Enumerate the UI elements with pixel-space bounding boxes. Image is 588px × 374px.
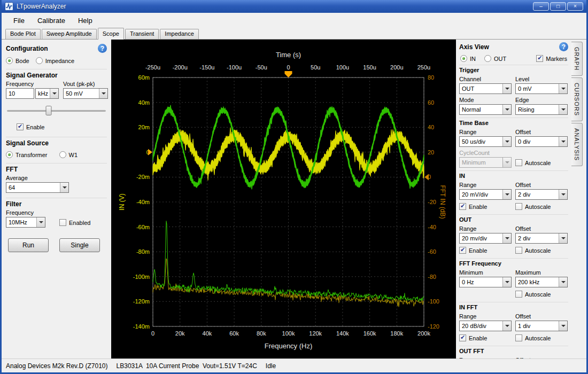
frequency-slider[interactable] <box>7 105 106 116</box>
filter-enabled-checkbox[interactable]: Enabled <box>59 219 90 226</box>
menu-help[interactable]: Help <box>72 14 99 27</box>
help-icon[interactable]: ? <box>98 44 107 53</box>
tab-scope[interactable]: Scope <box>98 28 124 40</box>
menu-file[interactable]: File <box>7 14 31 27</box>
time-base-cyclecount-label: CycleCount <box>459 150 512 156</box>
radio-dot <box>36 57 43 64</box>
out-fft-title: OUT FFT <box>459 348 568 354</box>
svg-text:0: 0 <box>287 64 290 71</box>
out-range-label: Range <box>459 225 512 232</box>
svg-text:20: 20 <box>428 149 434 155</box>
in-autoscale-checkbox[interactable]: Autoscale <box>515 203 551 210</box>
configuration-title: Configuration <box>6 45 48 52</box>
out-enable-checkbox[interactable]: Enable <box>459 247 487 254</box>
fft-frequency-group: FFT FrequencyMinimum0 HzMaximum200 kHzAu… <box>459 258 568 299</box>
run-button[interactable]: Run <box>8 238 49 252</box>
svg-text:-20: -20 <box>428 199 436 205</box>
in-fft-group: IN FFTRange20 dB/divOffset1 divEnableAut… <box>459 302 568 343</box>
in-enable-checkbox[interactable]: Enable <box>459 203 487 210</box>
scope-area: -250u-200u-150u-100u-50u050u100u150u200u… <box>111 40 456 359</box>
side-tab-analysis[interactable]: ANALYSIS <box>571 123 583 166</box>
svg-text:160k: 160k <box>363 330 376 337</box>
tab-impedance[interactable]: Impedance <box>160 29 198 39</box>
trigger-mode-combo[interactable]: Normal <box>459 104 512 115</box>
in-fft-autoscale-checkbox[interactable]: Autoscale <box>515 334 551 341</box>
chevron-down-icon <box>502 233 511 243</box>
fft-section: FFT Average 64 <box>6 163 107 193</box>
time-base-range-combo[interactable]: 50 us/div <box>459 136 512 147</box>
bode-radio[interactable]: Bode <box>6 57 29 64</box>
impedance-radio[interactable]: Impedance <box>36 57 74 64</box>
tab-sweep-amplitude[interactable]: Sweep Amplitude <box>42 29 97 39</box>
fft-frequency-maximum-combo[interactable]: 200 kHz <box>515 277 568 287</box>
titlebar[interactable]: LTpowerAnalyzer – □ × <box>2 0 586 13</box>
trigger-mode-combo-value: Normal <box>462 106 481 113</box>
maximize-button[interactable]: □ <box>550 2 566 11</box>
scope-axis-labels: -250u-200u-150u-100u-50u050u100u150u200u… <box>118 51 446 350</box>
out-offset-combo[interactable]: 2 div <box>515 233 568 244</box>
signal-generator-enable-checkbox[interactable]: Enable <box>17 123 44 130</box>
w1-radio[interactable]: W1 <box>59 151 78 158</box>
in-fft-range-combo[interactable]: 20 dB/div <box>459 321 512 331</box>
trigger-marker[interactable] <box>285 71 292 77</box>
frequency-unit-value: kHz <box>38 90 48 97</box>
fft-offset-marker[interactable] <box>424 174 429 180</box>
in-fft-enable-checkbox[interactable]: Enable <box>459 334 487 341</box>
help-icon[interactable]: ? <box>559 42 568 51</box>
scope-svg[interactable]: -250u-200u-150u-100u-50u050u100u150u200u… <box>111 40 456 359</box>
tab-transient[interactable]: Transient <box>125 29 159 39</box>
axis-in-radio[interactable]: IN <box>460 55 476 62</box>
in-autoscale-checkbox-label: Autoscale <box>525 204 551 210</box>
in-range-combo[interactable]: 20 mV/div <box>459 189 512 200</box>
frequency-slider-thumb[interactable] <box>45 106 51 115</box>
side-tab-cursors[interactable]: CURSORS <box>571 77 583 121</box>
svg-text:-100: -100 <box>428 298 439 305</box>
fft-frequency-minimum-combo[interactable]: 0 Hz <box>459 277 512 287</box>
in-fft-offset-combo[interactable]: 1 div <box>515 321 568 331</box>
time-base-cyclecount-combo[interactable]: Minimum <box>459 157 512 168</box>
average-label: Average <box>6 175 107 181</box>
filter-frequency-combo[interactable]: 10MHz <box>6 217 45 228</box>
svg-text:20k: 20k <box>175 330 185 337</box>
filter-section: Filter Frequency 10MHz Enabled <box>6 198 107 228</box>
trigger-level-combo[interactable]: 0 mV <box>515 83 568 94</box>
fft-frequency-autoscale-checkbox[interactable]: Autoscale <box>515 291 551 298</box>
close-button[interactable]: × <box>567 2 583 11</box>
chevron-down-icon <box>99 89 107 98</box>
single-button[interactable]: Single <box>59 238 100 252</box>
tabstrip: Bode PlotSweep AmplitudeScopeTransientIm… <box>2 28 586 40</box>
in-title: IN <box>459 173 568 179</box>
svg-text:-100u: -100u <box>227 64 242 71</box>
vout-combo[interactable]: 50 mV <box>63 88 108 99</box>
time-base-autoscale-checkbox[interactable]: Autoscale <box>515 159 551 166</box>
out-fft-offset-label: Offset <box>515 357 568 359</box>
trigger-edge-combo[interactable]: Rising <box>515 104 568 115</box>
checkbox-box <box>459 247 466 254</box>
out-autoscale-checkbox[interactable]: Autoscale <box>515 247 551 254</box>
time-base-offset-combo[interactable]: 0 div <box>515 136 568 147</box>
tab-bode-plot[interactable]: Bode Plot <box>5 29 41 39</box>
svg-text:-140m: -140m <box>133 323 150 330</box>
fft-average-combo[interactable]: 64 <box>6 182 69 193</box>
in-offset-combo[interactable]: 2 div <box>515 189 568 200</box>
signal-generator-section: Signal Generator Frequency kHz <box>6 69 107 132</box>
bode-radio-label: Bode <box>16 58 29 64</box>
axis-out-radio[interactable]: OUT <box>484 55 506 62</box>
markers-checkbox[interactable]: Markers <box>536 55 567 62</box>
in-offset-marker[interactable] <box>148 149 152 155</box>
out-range-combo[interactable]: 20 mv/div <box>459 233 512 244</box>
menubar: FileCalibrateHelp <box>2 13 586 28</box>
minimize-button[interactable]: – <box>533 2 549 11</box>
side-tab-graph[interactable]: GRAPH <box>571 42 583 76</box>
radio-dot <box>59 151 66 158</box>
frequency-unit-combo[interactable]: kHz <box>35 88 59 99</box>
trigger-channel-combo[interactable]: OUT <box>459 83 512 94</box>
transformer-radio[interactable]: Transformer <box>6 151 48 158</box>
in-range-label: Range <box>459 182 512 188</box>
signal-source-section: Signal Source Transformer W1 <box>6 137 107 158</box>
menu-calibrate[interactable]: Calibrate <box>31 14 72 27</box>
svg-text:120k: 120k <box>309 330 322 337</box>
svg-text:-60m: -60m <box>136 224 150 230</box>
trigger-title: Trigger <box>459 67 568 73</box>
frequency-input[interactable] <box>6 88 34 99</box>
